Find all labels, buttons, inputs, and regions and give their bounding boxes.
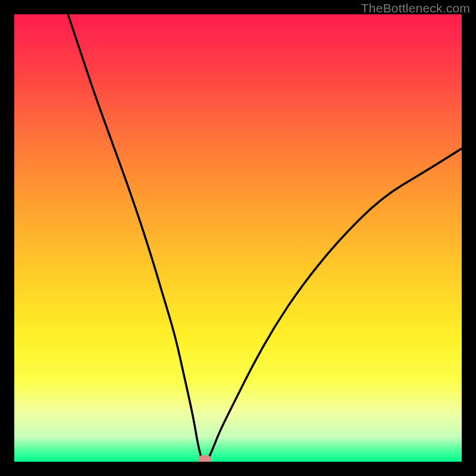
bottleneck-curve-path <box>68 14 462 462</box>
chart-frame: TheBottleneck.com <box>0 0 476 476</box>
bottleneck-curve-svg <box>14 14 462 462</box>
optimal-point-marker <box>198 455 211 462</box>
plot-area <box>14 14 462 462</box>
watermark-text: TheBottleneck.com <box>361 1 470 15</box>
